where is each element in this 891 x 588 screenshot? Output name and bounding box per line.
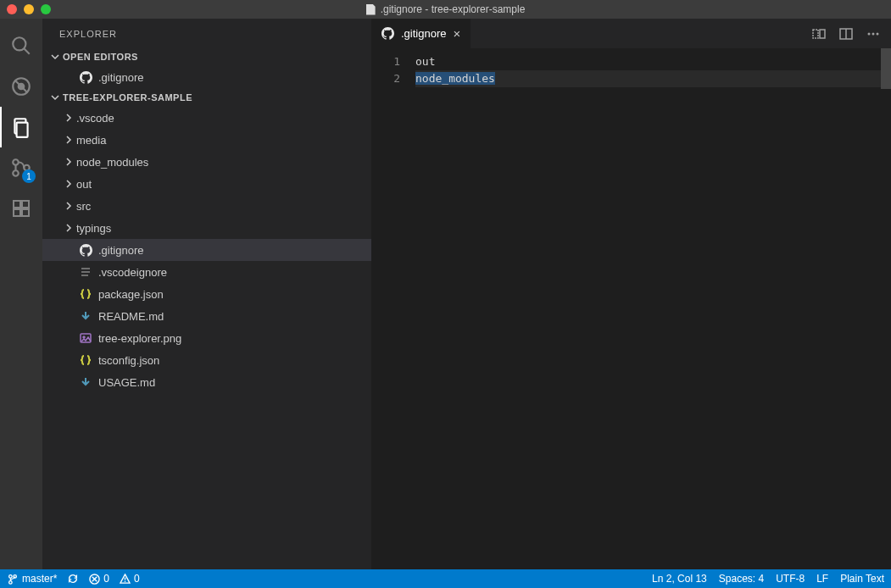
file-item[interactable]: tree-explorer.png: [42, 327, 371, 349]
svg-line-1: [24, 48, 30, 54]
code-content[interactable]: out node_modules: [415, 48, 891, 569]
scm-badge: 1: [22, 169, 36, 183]
line-numbers: 12: [371, 48, 415, 569]
chevron-right-icon: [63, 222, 75, 234]
folder-label: out: [76, 178, 92, 191]
tab-label: .gitignore: [401, 27, 446, 40]
folder-item[interactable]: out: [42, 173, 371, 195]
file-item-gitignore[interactable]: .gitignore: [42, 239, 371, 261]
close-window[interactable]: [7, 4, 17, 14]
compare-icon[interactable]: [811, 26, 827, 42]
file-label: tsconfig.json: [98, 354, 159, 367]
sidebar: EXPLORER OPEN EDITORS .gitignore TREE-EX…: [42, 19, 371, 569]
explorer-view[interactable]: [0, 107, 42, 147]
more-icon[interactable]: [866, 26, 881, 42]
svg-rect-19: [813, 30, 818, 38]
status-cursor[interactable]: Ln 2, Col 13: [652, 573, 707, 585]
code-line: node_modules: [415, 70, 891, 87]
branch-label: master*: [22, 573, 57, 585]
chevron-down-icon: [49, 92, 61, 103]
scrollbar-thumb[interactable]: [881, 48, 891, 89]
folder-item[interactable]: typings: [42, 217, 371, 239]
open-editors-section[interactable]: OPEN EDITORS: [42, 47, 371, 66]
search-view[interactable]: [0, 25, 42, 66]
open-editors-label: OPEN EDITORS: [63, 52, 138, 62]
svg-point-4: [19, 84, 25, 90]
editor-actions: [811, 19, 891, 48]
svg-rect-11: [22, 201, 29, 208]
folder-item[interactable]: .vscode: [42, 107, 371, 129]
folder-label: node_modules: [76, 156, 148, 169]
window-title: .gitignore - tree-explorer-sample: [0, 3, 891, 15]
workspace-label: TREE-EXPLORER-SAMPLE: [63, 92, 192, 103]
maximize-window[interactable]: [41, 4, 51, 14]
file-label: .vscodeignore: [98, 266, 167, 279]
folder-item[interactable]: src: [42, 195, 371, 217]
markdown-icon: [78, 376, 93, 388]
svg-point-23: [868, 32, 871, 35]
svg-rect-6: [17, 123, 28, 137]
chevron-right-icon: [63, 156, 75, 168]
chevron-right-icon: [63, 112, 75, 124]
svg-rect-10: [14, 201, 20, 208]
editor-area: .gitignore × 12 out node_modu: [371, 19, 891, 569]
chevron-down-icon: [49, 51, 61, 63]
minimize-window[interactable]: [24, 4, 34, 14]
file-item[interactable]: tsconfig.json: [42, 349, 371, 371]
svg-point-18: [83, 336, 85, 338]
debug-view[interactable]: [0, 66, 42, 107]
file-label: .gitignore: [98, 244, 143, 257]
extensions-view[interactable]: [0, 188, 42, 229]
file-item[interactable]: README.md: [42, 305, 371, 327]
status-warnings[interactable]: 0: [120, 573, 140, 585]
sidebar-title: EXPLORER: [42, 19, 371, 47]
file-item[interactable]: package.json: [42, 283, 371, 305]
json-icon: [78, 288, 93, 300]
status-encoding[interactable]: UTF-8: [776, 573, 805, 585]
markdown-icon: [78, 310, 93, 322]
split-editor-icon[interactable]: [838, 26, 854, 42]
status-language[interactable]: Plain Text: [840, 573, 884, 585]
folder-label: src: [76, 200, 91, 213]
file-item[interactable]: USAGE.md: [42, 371, 371, 393]
folder-item[interactable]: node_modules: [42, 151, 371, 173]
file-label: USAGE.md: [98, 376, 155, 389]
github-icon: [78, 244, 93, 257]
tab-bar: .gitignore ×: [371, 19, 891, 48]
svg-point-0: [13, 37, 25, 50]
file-item[interactable]: .vscodeignore: [42, 261, 371, 283]
image-icon: [78, 332, 93, 344]
svg-point-25: [877, 32, 879, 35]
github-icon: [381, 27, 394, 40]
folder-label: media: [76, 134, 106, 147]
tab-gitignore[interactable]: .gitignore ×: [371, 19, 471, 48]
status-branch[interactable]: master*: [7, 573, 57, 585]
close-icon[interactable]: ×: [453, 26, 460, 41]
file-label: package.json: [98, 288, 164, 301]
workspace-section[interactable]: TREE-EXPLORER-SAMPLE: [42, 88, 371, 107]
status-errors[interactable]: 0: [89, 573, 109, 585]
scm-view[interactable]: 1: [0, 147, 42, 188]
folder-label: typings: [76, 222, 111, 235]
error-count: 0: [103, 573, 109, 585]
svg-rect-20: [820, 30, 825, 38]
chevron-right-icon: [63, 134, 75, 146]
open-editor-item[interactable]: .gitignore: [42, 66, 371, 88]
json-icon: [78, 354, 93, 366]
status-indent[interactable]: Spaces: 4: [719, 573, 764, 585]
chevron-right-icon: [63, 178, 75, 190]
svg-point-7: [13, 159, 19, 165]
status-eol[interactable]: LF: [816, 573, 828, 585]
folder-label: .vscode: [76, 112, 114, 125]
editor-body[interactable]: 12 out node_modules: [371, 48, 891, 569]
code-line: out: [415, 53, 891, 70]
status-sync[interactable]: [67, 573, 79, 585]
file-label: README.md: [98, 310, 164, 323]
github-icon: [78, 71, 93, 84]
folder-item[interactable]: media: [42, 129, 371, 151]
titlebar: .gitignore - tree-explorer-sample: [0, 0, 891, 19]
svg-point-30: [125, 580, 125, 581]
file-tree: .vscode media node_modules out src typin…: [42, 107, 371, 569]
svg-point-8: [13, 170, 19, 176]
open-editor-label: .gitignore: [98, 71, 143, 84]
